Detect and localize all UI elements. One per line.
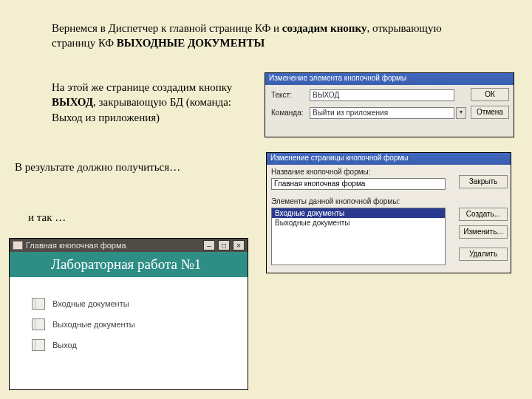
close-icon[interactable]: ×	[233, 240, 245, 250]
items-listbox[interactable]: Входные документы Выходные документы	[271, 208, 446, 265]
switchboard-item[interactable]: Входные документы	[32, 298, 248, 310]
switchboard-item-label: Входные документы	[52, 299, 129, 308]
label-form-name: Название кнопочной формы:	[271, 168, 371, 176]
window-titlebar: Главная кнопочная форма – □ ×	[10, 239, 248, 252]
edit-page-dialog: Изменение страницы кнопочной формы Назва…	[266, 152, 511, 273]
text-input[interactable]: ВЫХОД	[310, 89, 454, 101]
create-button[interactable]: Создать...	[459, 208, 508, 221]
delete-button[interactable]: Удалить	[459, 248, 508, 261]
dialog-titlebar: Изменение элемента кнопочной формы	[265, 73, 514, 85]
form-content: Входные документы Выходные документы Вых…	[10, 277, 248, 389]
minimize-icon[interactable]: –	[203, 240, 215, 250]
list-item[interactable]: Входные документы	[272, 208, 445, 218]
label-text: Текст:	[271, 91, 292, 99]
window-title: Главная кнопочная форма	[26, 241, 126, 250]
instruction-paragraph-2: На этой же странице создадим кнопку ВЫХО…	[52, 80, 259, 125]
label-command: Команда:	[271, 109, 304, 117]
ok-button[interactable]: ОК	[471, 88, 509, 101]
command-select[interactable]: Выйти из приложения	[310, 107, 454, 119]
cancel-button[interactable]: Отмена	[471, 106, 509, 119]
button-icon	[32, 298, 45, 310]
button-icon	[32, 318, 45, 330]
change-button[interactable]: Изменить...	[459, 225, 508, 239]
app-icon	[13, 241, 23, 250]
edit-element-dialog: Изменение элемента кнопочной формы Текст…	[265, 72, 514, 137]
switchboard-item-label: Выход	[52, 341, 77, 349]
switchboard-item[interactable]: Выходные документы	[32, 318, 248, 330]
instruction-paragraph-1: Вернемся в Диспетчер к главной странице …	[52, 21, 473, 51]
close-button[interactable]: Закрыть	[459, 175, 508, 188]
switchboard-item-label: Выходные документы	[52, 320, 135, 329]
switchboard-item[interactable]: Выход	[32, 339, 248, 351]
chevron-down-icon[interactable]: ▾	[456, 107, 466, 119]
instruction-paragraph-3: В результате должно получиться…	[15, 160, 266, 174]
button-icon	[32, 339, 45, 351]
form-name-input[interactable]: Главная кнопочная форма	[271, 178, 446, 190]
list-item[interactable]: Выходные документы	[272, 218, 445, 228]
switchboard-window: Главная кнопочная форма – □ × Лабораторн…	[9, 238, 248, 390]
maximize-icon[interactable]: □	[218, 240, 230, 250]
dialog-titlebar: Изменение страницы кнопочной формы	[267, 153, 511, 165]
instruction-paragraph-4: и так …	[28, 210, 176, 225]
label-items: Элементы данной кнопочной формы:	[271, 197, 400, 205]
form-header: Лабораторная работа №1	[10, 252, 248, 277]
